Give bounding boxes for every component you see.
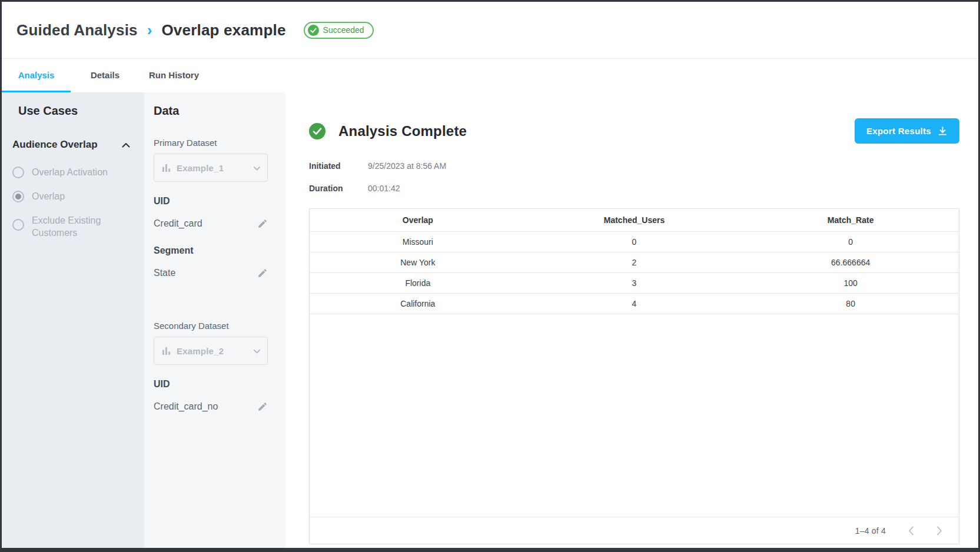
audience-overlap-group-toggle[interactable]: Audience Overlap [11, 139, 135, 151]
initiated-label: Initiated [309, 161, 368, 171]
chevron-up-icon [122, 142, 130, 148]
use-cases-panel: Use Cases Audience Overlap Overlap Activ… [2, 92, 144, 548]
export-results-label: Export Results [866, 126, 931, 136]
chevron-down-icon [254, 345, 260, 356]
cell-matched-users: 3 [526, 273, 743, 294]
column-header-matched-users: Matched_Users [526, 209, 743, 232]
tab-run-history[interactable]: Run History [139, 59, 208, 92]
table-header-row: Overlap Matched_Users Match_Rate [310, 209, 959, 232]
cell-match-rate: 66.666664 [742, 252, 959, 273]
status-badge-label: Succeeded [323, 25, 364, 35]
tab-details[interactable]: Details [71, 59, 139, 92]
edit-pencil-icon[interactable] [257, 218, 268, 229]
content-area: Use Cases Audience Overlap Overlap Activ… [2, 92, 978, 548]
radio-icon [12, 219, 24, 231]
data-panel: Data Primary Dataset Example_1 UID Credi… [144, 92, 285, 548]
radio-exclude-existing-customers[interactable]: Exclude Existing Customers [11, 214, 135, 239]
app-window: Guided Analysis › Overlap example Succee… [0, 0, 980, 552]
chevron-down-icon [254, 162, 260, 173]
segment-value: State [154, 268, 175, 278]
primary-uid-value: Credit_card [154, 218, 202, 229]
results-table: Overlap Matched_Users Match_Rate Missour… [310, 209, 959, 314]
results-title: Analysis Complete [338, 123, 467, 139]
cell-overlap: New York [310, 252, 526, 273]
cell-overlap: Florida [310, 273, 526, 294]
table-row: California 4 80 [310, 294, 959, 314]
breadcrumb-parent[interactable]: Guided Analysis [16, 21, 138, 39]
page-title: Overlap example [161, 21, 285, 39]
cell-overlap: Missouri [310, 232, 526, 252]
cell-match-rate: 100 [742, 273, 959, 294]
secondary-uid-label: UID [154, 379, 276, 390]
cell-matched-users: 0 [526, 232, 743, 252]
table-row: Florida 3 100 [310, 273, 959, 294]
table-empty-space [310, 314, 959, 517]
cell-matched-users: 2 [526, 252, 743, 273]
primary-dataset-value: Example_1 [177, 163, 224, 173]
radio-icon [12, 167, 24, 178]
duration-value: 00:01:42 [368, 184, 400, 193]
data-panel-title: Data [154, 104, 276, 118]
status-badge: Succeeded [304, 22, 374, 39]
tab-analysis[interactable]: Analysis [2, 59, 71, 92]
secondary-dataset-value: Example_2 [177, 346, 224, 356]
use-cases-title: Use Cases [11, 104, 135, 118]
radio-overlap-activation[interactable]: Overlap Activation [11, 166, 135, 178]
secondary-dataset-select[interactable]: Example_2 [154, 337, 268, 365]
secondary-dataset-label: Secondary Dataset [154, 321, 276, 331]
secondary-uid-value: Credit_card_no [154, 401, 218, 412]
initiated-value: 9/25/2023 at 8:56 AM [368, 161, 446, 171]
previous-page-icon[interactable] [908, 526, 914, 536]
next-page-icon[interactable] [936, 526, 942, 536]
radio-overlap[interactable]: Overlap [11, 190, 135, 202]
page-header: Guided Analysis › Overlap example Succee… [2, 2, 978, 59]
radio-label: Overlap Activation [32, 166, 108, 178]
primary-dataset-label: Primary Dataset [154, 138, 276, 148]
column-header-match-rate: Match_Rate [742, 209, 959, 232]
audience-overlap-label: Audience Overlap [12, 139, 98, 151]
use-case-options: Overlap Activation Overlap Exclude Exist… [11, 166, 135, 239]
breadcrumb-separator-icon: › [147, 21, 152, 39]
radio-label: Overlap [32, 190, 65, 202]
pagination-controls [908, 526, 942, 536]
radio-label: Exclude Existing Customers [32, 214, 108, 239]
cell-overlap: California [310, 294, 526, 314]
meta-row-initiated: Initiated 9/25/2023 at 8:56 AM [309, 161, 959, 171]
cell-match-rate: 0 [742, 232, 959, 252]
table-pagination: 1–4 of 4 [310, 517, 959, 544]
primary-dataset-select[interactable]: Example_1 [154, 154, 268, 182]
radio-selected-icon [12, 191, 24, 202]
table-row: New York 2 66.666664 [310, 252, 959, 273]
cell-match-rate: 80 [742, 294, 959, 314]
results-panel: Analysis Complete Export Results Initiat… [285, 92, 978, 548]
primary-uid-row: Credit_card [154, 218, 268, 229]
column-header-overlap: Overlap [310, 209, 526, 232]
results-header: Analysis Complete Export Results [309, 118, 959, 144]
success-check-icon [308, 25, 319, 36]
results-table-card: Overlap Matched_Users Match_Rate Missour… [309, 208, 959, 544]
tab-details-label: Details [91, 70, 119, 80]
dataset-icon [161, 163, 171, 173]
dataset-icon [161, 346, 171, 356]
pagination-range: 1–4 of 4 [855, 526, 886, 536]
primary-uid-label: UID [154, 196, 276, 207]
secondary-uid-row: Credit_card_no [154, 401, 268, 412]
edit-pencil-icon[interactable] [257, 268, 268, 278]
analysis-complete-check-icon [309, 123, 325, 139]
segment-label: Segment [154, 245, 276, 256]
tab-analysis-label: Analysis [18, 70, 55, 80]
export-results-button[interactable]: Export Results [855, 118, 959, 144]
segment-row: State [154, 268, 268, 278]
duration-label: Duration [309, 184, 368, 193]
tab-run-history-label: Run History [149, 70, 199, 80]
table-row: Missouri 0 0 [310, 232, 959, 252]
edit-pencil-icon[interactable] [257, 401, 268, 412]
tab-bar: Analysis Details Run History [2, 59, 978, 92]
run-meta: Initiated 9/25/2023 at 8:56 AM Duration … [309, 161, 959, 206]
download-icon [938, 126, 948, 136]
cell-matched-users: 4 [526, 294, 743, 314]
meta-row-duration: Duration 00:01:42 [309, 184, 959, 193]
